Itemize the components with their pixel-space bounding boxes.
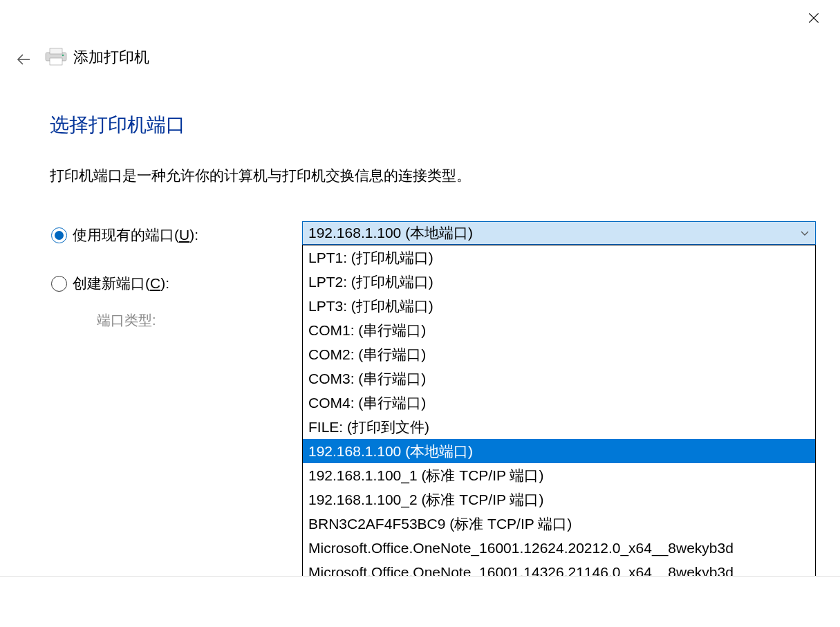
radio-indicator-unselected bbox=[51, 276, 67, 292]
page-description: 打印机端口是一种允许你的计算机与打印机交换信息的连接类型。 bbox=[50, 166, 471, 185]
dropdown-item[interactable]: 192.168.1.100 (本地端口) bbox=[303, 439, 815, 463]
dropdown-item[interactable]: COM2: (串行端口) bbox=[303, 342, 815, 366]
existing-port-combobox[interactable]: 192.168.1.100 (本地端口) bbox=[302, 221, 816, 245]
combobox-value: 192.168.1.100 (本地端口) bbox=[308, 223, 800, 243]
dropdown-item[interactable]: LPT1: (打印机端口) bbox=[303, 245, 815, 270]
radio-create-new-port[interactable]: 创建新端口(C): bbox=[51, 274, 198, 293]
dropdown-item[interactable]: FILE: (打印到文件) bbox=[303, 415, 815, 439]
back-arrow-icon bbox=[15, 51, 32, 68]
port-type-label: 端口类型: bbox=[97, 311, 156, 330]
radio-use-existing-port[interactable]: 使用现有的端口(U): bbox=[51, 225, 198, 245]
svg-point-6 bbox=[62, 55, 64, 57]
printer-icon bbox=[44, 47, 68, 66]
wizard-header-title: 添加打印机 bbox=[73, 47, 149, 68]
dropdown-item[interactable]: COM1: (串行端口) bbox=[303, 318, 815, 342]
dropdown-item[interactable]: COM3: (串行端口) bbox=[303, 366, 815, 391]
close-button[interactable] bbox=[804, 8, 823, 28]
radio-label-create: 创建新端口(C): bbox=[73, 274, 169, 293]
dropdown-item[interactable]: LPT2: (打印机端口) bbox=[303, 270, 815, 294]
close-icon bbox=[807, 11, 821, 25]
radio-indicator-selected bbox=[51, 227, 67, 243]
port-radio-group: 使用现有的端口(U): 创建新端口(C): bbox=[51, 225, 198, 322]
dropdown-item[interactable]: Microsoft.Office.OneNote_16001.12624.202… bbox=[303, 536, 815, 560]
svg-rect-5 bbox=[50, 58, 62, 65]
radio-label-existing: 使用现有的端口(U): bbox=[73, 225, 198, 245]
dropdown-item[interactable]: 192.168.1.100_2 (标准 TCP/IP 端口) bbox=[303, 487, 815, 512]
wizard-footer bbox=[0, 576, 840, 627]
chevron-down-icon bbox=[800, 228, 810, 238]
dropdown-item[interactable]: BRN3C2AF4F53BC9 (标准 TCP/IP 端口) bbox=[303, 512, 815, 536]
page-title: 选择打印机端口 bbox=[50, 112, 185, 138]
dropdown-item[interactable]: 192.168.1.100_1 (标准 TCP/IP 端口) bbox=[303, 463, 815, 487]
svg-rect-4 bbox=[50, 48, 62, 54]
back-button[interactable] bbox=[12, 48, 35, 71]
dropdown-item[interactable]: COM4: (串行端口) bbox=[303, 391, 815, 415]
dropdown-item[interactable]: LPT3: (打印机端口) bbox=[303, 294, 815, 318]
port-dropdown-list[interactable]: LPT1: (打印机端口)LPT2: (打印机端口)LPT3: (打印机端口)C… bbox=[302, 245, 816, 627]
